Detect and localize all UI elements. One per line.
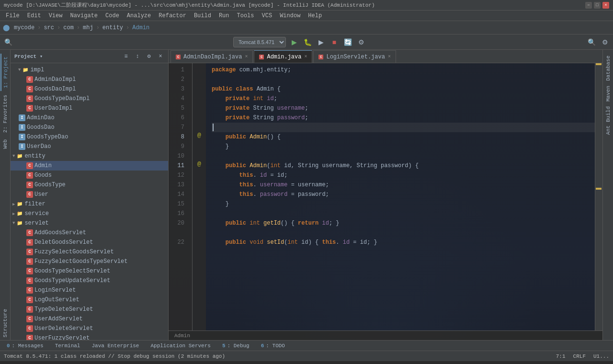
- menu-tools[interactable]: Tools: [233, 11, 258, 20]
- vtab-project[interactable]: 1: Project: [0, 54, 10, 91]
- tree-item-GoodsTypeDaoImpl[interactable]: C GoodsTypeDaoImpl: [11, 94, 168, 103]
- bottom-tab-debug[interactable]: 5 : Debug: [217, 341, 254, 351]
- vtab-structure[interactable]: Structure: [1, 306, 10, 340]
- bottom-tab-app-servers[interactable]: Application Servers: [146, 341, 215, 351]
- minimize-button[interactable]: −: [585, 2, 592, 9]
- folder-icon: 📁: [16, 152, 23, 160]
- menu-help[interactable]: Help: [304, 11, 326, 20]
- tree-item-GoodsType[interactable]: C GoodsType: [11, 180, 168, 190]
- vtab-database[interactable]: Database: [604, 54, 612, 83]
- tab-AdminDaoImpl[interactable]: C AdminDaoImpl.java ×: [170, 50, 253, 63]
- menu-vcs[interactable]: VCS: [258, 11, 276, 20]
- code-line-12: this. id = id;: [212, 171, 595, 180]
- vtab-ant-build[interactable]: Ant Build: [604, 104, 612, 136]
- crumb-src[interactable]: src: [44, 24, 54, 31]
- tree-item-filter[interactable]: ▶ 📁 filter: [11, 199, 168, 209]
- tree-item-servlet[interactable]: ▼ 📁 servlet: [11, 218, 168, 228]
- encoding[interactable]: U1...: [593, 353, 609, 359]
- main-area: 1: Project 2: Favorites Web Structure Pr…: [0, 50, 613, 340]
- gear-button[interactable]: ⚙: [600, 37, 610, 47]
- menu-code[interactable]: Code: [102, 11, 123, 20]
- vtab-web[interactable]: Web: [1, 136, 10, 152]
- line-endings[interactable]: CRLF: [573, 353, 586, 359]
- class-icon: C: [26, 239, 34, 246]
- bottom-tab-terminal[interactable]: Terminal: [50, 341, 85, 351]
- tree-item-GoodsDao[interactable]: I GoodsDao: [11, 123, 168, 132]
- code-line-6: private String password;: [212, 113, 595, 123]
- stop-button[interactable]: ■: [329, 37, 340, 47]
- search-button[interactable]: 🔍: [3, 37, 13, 47]
- code-line-16: [212, 209, 595, 218]
- debug-button[interactable]: 🐛: [302, 37, 313, 47]
- tab-close-Admin[interactable]: ×: [304, 54, 307, 59]
- crumb-mycode[interactable]: mycode: [14, 24, 34, 31]
- sidebar-settings-btn[interactable]: ⚙: [145, 53, 153, 60]
- bottom-tab-messages[interactable]: 0 : Messages: [2, 341, 48, 351]
- tab-Admin[interactable]: C Admin.java ×: [254, 50, 312, 63]
- left-vertical-tabs: 1: Project 2: Favorites Web Structure: [0, 50, 11, 340]
- tree-item-impl[interactable]: ▼ 📁 impl: [11, 65, 168, 75]
- bottom-tab-java-enterprise[interactable]: Java Enterprise: [87, 341, 144, 351]
- rebuild-button[interactable]: 🔄: [342, 37, 353, 47]
- tree-item-FuzzySelectGoodsTypeServlet[interactable]: C FuzzySelectGoodsTypeServlet: [11, 257, 168, 266]
- menu-navigate[interactable]: Navigate: [66, 11, 102, 20]
- search-everywhere-button[interactable]: 🔍: [586, 37, 597, 47]
- run-button[interactable]: ▶: [289, 37, 299, 47]
- tree-item-LogOutServlet[interactable]: C LogOutServlet: [11, 295, 168, 305]
- tab-LoginServlet[interactable]: C LoginServlet.java ×: [313, 50, 396, 63]
- menu-build[interactable]: Build: [190, 11, 215, 20]
- menu-analyze[interactable]: Analyze: [123, 11, 155, 20]
- crumb-com[interactable]: com: [63, 24, 74, 31]
- tree-item-UserDaoImpl[interactable]: C UserDaoImpl: [11, 103, 168, 113]
- folder-icon: 📁: [22, 66, 29, 74]
- tab-close-AdminDaoImpl[interactable]: ×: [245, 54, 248, 59]
- tree-item-UserFuzzyServlet[interactable]: C UserFuzzyServlet: [11, 333, 168, 340]
- sidebar-sort-btn[interactable]: ↕: [134, 53, 141, 60]
- tree-item-service[interactable]: ▶ 📁 service: [11, 209, 168, 218]
- tree-item-entity[interactable]: ▼ 📁 entity: [11, 151, 168, 161]
- close-button[interactable]: ×: [602, 2, 609, 9]
- cursor-position[interactable]: 7:1: [556, 353, 566, 359]
- bottom-tab-todo[interactable]: 6 : TODO: [256, 341, 290, 351]
- tree-item-Admin[interactable]: C Admin: [11, 161, 168, 171]
- vtab-maven[interactable]: Maven: [604, 84, 612, 103]
- class-icon: C: [26, 76, 34, 83]
- bottom-tab-bar: 0 : Messages Terminal Java Enterprise Ap…: [0, 340, 613, 351]
- menu-file[interactable]: File: [2, 11, 23, 20]
- run-config-select[interactable]: Tomcat 8.5.471: [233, 37, 286, 47]
- crumb-admin[interactable]: Admin: [132, 24, 149, 31]
- tree-item-DeletGoodsServlet[interactable]: C DeletGoodsServlet: [11, 238, 168, 247]
- tree-item-UserDeleteServlet[interactable]: C UserDeleteServlet: [11, 324, 168, 333]
- menu-refactor[interactable]: Refactor: [155, 11, 190, 20]
- tree-item-UserAddServlet[interactable]: C UserAddServlet: [11, 314, 168, 324]
- tree-item-GoodsTypeUpdateServlet[interactable]: C GoodsTypeUpdateServlet: [11, 276, 168, 285]
- tree-item-AdminDaoImpl[interactable]: C AdminDaoImpl: [11, 75, 168, 84]
- crumb-entity[interactable]: entity: [102, 24, 123, 31]
- tree-item-GoodsTypeDao[interactable]: I GoodsTypeDao: [11, 132, 168, 142]
- crumb-mhj[interactable]: mhj: [83, 24, 93, 31]
- sidebar-collapse-btn[interactable]: ≡: [122, 53, 130, 60]
- menu-run[interactable]: Run: [215, 11, 233, 20]
- menu-edit[interactable]: Edit: [23, 11, 45, 20]
- tree-item-User[interactable]: C User: [11, 190, 168, 199]
- tree-item-UserDao[interactable]: I UserDao: [11, 142, 168, 151]
- code-content[interactable]: package com.mhj.entity; public class Adm…: [206, 63, 595, 330]
- toolbar: 🔍 Tomcat 8.5.471 ▶ 🐛 ▶ ■ 🔄 ⚙ 🔍 ⚙: [0, 34, 613, 50]
- coverage-button[interactable]: ▶: [316, 37, 326, 47]
- tree-item-TypeDeleteServlet[interactable]: C TypeDeleteServlet: [11, 305, 168, 314]
- settings-button[interactable]: ⚙: [356, 37, 366, 47]
- maximize-button[interactable]: □: [594, 2, 601, 9]
- menu-view[interactable]: View: [45, 11, 67, 20]
- code-editor[interactable]: 1 2 3 4 5 6 7 8 9 10 11 12 13 14 15 16 2: [169, 63, 602, 340]
- menu-window[interactable]: Window: [276, 11, 304, 20]
- tree-item-GoodsTypeSelectServlet[interactable]: C GoodsTypeSelectServlet: [11, 266, 168, 276]
- tree-item-AdminDao[interactable]: I AdminDao: [11, 113, 168, 123]
- tree-item-Goods[interactable]: C Goods: [11, 171, 168, 180]
- tree-item-FuzzySelectGoodsServlet[interactable]: C FuzzySelectGoodsServlet: [11, 247, 168, 257]
- tree-item-LoginServlet[interactable]: C LoginServlet: [11, 285, 168, 295]
- tree-item-AddGoodsServlet[interactable]: C AddGoodsServlet: [11, 228, 168, 238]
- tree-item-GoodsDaoImpl[interactable]: C GoodsDaoImpl: [11, 84, 168, 94]
- vtab-favorites[interactable]: 2: Favorites: [1, 92, 10, 136]
- sidebar-close-btn[interactable]: ×: [157, 53, 164, 60]
- tab-close-LoginServlet[interactable]: ×: [388, 54, 391, 59]
